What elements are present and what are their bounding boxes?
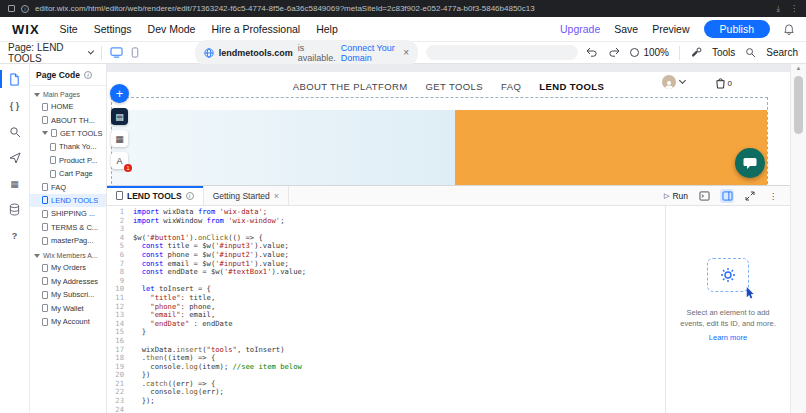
info-icon[interactable]: i	[186, 192, 194, 200]
browser-menu-icon[interactable]: ⋮	[790, 4, 798, 14]
expand-panel-icon[interactable]	[743, 189, 757, 203]
undo-button[interactable]	[586, 47, 598, 58]
code-line[interactable]: 22 console.log(err);	[107, 388, 665, 397]
site-canvas[interactable]: ABOUT THE PLATFORMGET TOOLSFAQLEND TOOLS…	[107, 64, 790, 185]
browser-share-icon[interactable]: ⤓	[776, 4, 780, 14]
cart-button[interactable]: 0	[715, 77, 732, 89]
page-item-product-p[interactable]: Product P...	[30, 154, 106, 167]
pages-section-wix-members-a[interactable]: Wix Members A...	[30, 247, 106, 261]
page-item-terms-c[interactable]: TERMS & C...	[30, 221, 106, 234]
code-line[interactable]: 2import wixWindow from 'wix-window';	[107, 217, 665, 226]
add-element-button[interactable]: +	[110, 84, 129, 103]
desktop-view-button[interactable]	[110, 47, 123, 58]
pages-section-main-pages[interactable]: Main Pages	[30, 86, 106, 100]
page-item-thank-yo[interactable]: Thank Yo...	[30, 140, 106, 153]
code-line[interactable]: 19 console.log(item); //see item below	[107, 363, 665, 372]
code-editor[interactable]: 1import wixData from 'wix-data';2import …	[107, 206, 665, 413]
page-file-icon	[42, 196, 48, 204]
site-nav-item-faq[interactable]: FAQ	[501, 81, 521, 92]
zoom-level: 100%	[643, 47, 669, 58]
sidebar-item-cms[interactable]	[0, 202, 30, 217]
page-item-my-wallet[interactable]: My Wallet	[30, 301, 106, 314]
code-line[interactable]: 23 });	[107, 397, 665, 406]
page-item-label: SHIPPING ...	[51, 209, 95, 218]
upgrade-link[interactable]: Upgrade	[560, 23, 600, 35]
more-options-icon[interactable]: ⋮	[766, 189, 780, 203]
connect-domain-link[interactable]: Connect Your Domain	[341, 43, 396, 63]
site-nav-item-about-the-platform[interactable]: ABOUT THE PLATFORM	[293, 81, 408, 92]
site-info-icon[interactable]: i	[21, 5, 29, 13]
line-number: 24	[107, 406, 133, 413]
info-icon[interactable]: i	[84, 71, 92, 79]
properties-panel-toggle[interactable]	[720, 189, 734, 203]
sidebar-item-packages[interactable]: ▦	[0, 176, 30, 191]
page-item-label: FAQ	[51, 183, 66, 192]
add-panel-button[interactable]: ▦	[111, 130, 128, 147]
site-nav-item-get-tools[interactable]: GET TOOLS	[426, 81, 483, 92]
code-line[interactable]: 24	[107, 406, 665, 413]
zoom-control[interactable]: 100%	[630, 47, 669, 58]
page-item-home[interactable]: HOME	[30, 100, 106, 113]
learn-more-link[interactable]: Learn more	[709, 333, 747, 344]
scrollbar-thumb[interactable]	[794, 76, 803, 134]
address-bar[interactable]: editor.wix.com/html/editor/web/renderer/…	[35, 4, 535, 13]
page-item-shipping[interactable]: SHIPPING ...	[30, 207, 106, 220]
pages-section-label: Wix Members A...	[43, 252, 98, 259]
wix-menubar: WIX SiteSettingsDev ModeHire a Professio…	[0, 17, 806, 42]
menu-item-site[interactable]: Site	[60, 23, 78, 35]
page-file-icon	[42, 277, 48, 285]
code-line[interactable]: 15 }	[107, 328, 665, 337]
sidebar-item-code-files[interactable]: { }	[0, 98, 30, 113]
chat-widget-button[interactable]	[735, 148, 765, 178]
menu-item-dev-mode[interactable]: Dev Mode	[148, 23, 196, 35]
page-item-about-th[interactable]: ABOUT TH...	[30, 113, 106, 126]
page-item-lend-tools[interactable]: LEND TOOLS	[30, 194, 106, 207]
hero-section[interactable]	[112, 110, 767, 185]
vertical-scrollbar[interactable]: ▲	[790, 64, 806, 413]
page-selector[interactable]: Page: LEND TOOLS	[8, 42, 93, 64]
site-nav-item-lend-tools[interactable]: LEND TOOLS	[539, 81, 604, 92]
site-styles-button[interactable]: A 1	[111, 152, 128, 169]
open-console-icon[interactable]	[697, 189, 711, 203]
page-item-label: Cart Page	[59, 169, 93, 178]
close-tab-icon[interactable]: ×	[274, 191, 279, 201]
page-item-label: Product P...	[59, 156, 97, 165]
dismiss-notice-icon[interactable]: ×	[403, 47, 409, 58]
save-button[interactable]: Save	[614, 23, 638, 35]
sidebar-item-page-code[interactable]	[0, 72, 30, 87]
sidebar-item-search[interactable]	[0, 124, 30, 139]
chevron-down-icon	[34, 93, 40, 97]
page-item-faq[interactable]: FAQ	[30, 180, 106, 193]
help-icon: ?	[12, 231, 18, 241]
add-section-button[interactable]: ▤	[111, 108, 128, 125]
page-item-my-account[interactable]: My Account	[30, 315, 106, 328]
tools-button[interactable]: Tools	[712, 47, 735, 58]
code-lines: 1import wixData from 'wix-data';2import …	[107, 208, 665, 413]
preview-button[interactable]: Preview	[652, 23, 689, 35]
code-line[interactable]: 14 "endDate" : endDate	[107, 320, 665, 329]
page-file-icon	[51, 129, 57, 137]
notifications-bell-icon[interactable]	[784, 24, 794, 35]
code-line[interactable]: 8 const endDate = $w('#textBox1').value;	[107, 268, 665, 277]
tab-lend-tools[interactable]: LEND TOOLS i	[107, 186, 204, 205]
sidebar-item-help[interactable]: ?	[0, 228, 30, 243]
page-item-my-subscri[interactable]: My Subscri...	[30, 288, 106, 301]
menu-item-help[interactable]: Help	[316, 23, 338, 35]
publish-button[interactable]: Publish	[704, 20, 770, 39]
page-item-my-addresses[interactable]: My Addresses	[30, 275, 106, 288]
menu-item-settings[interactable]: Settings	[94, 23, 132, 35]
redo-button[interactable]	[608, 47, 620, 58]
page-item-masterpag[interactable]: masterPag...	[30, 234, 106, 247]
page-item-get-tools[interactable]: GET TOOLS	[30, 127, 106, 140]
member-chip[interactable]	[662, 75, 685, 89]
search-button[interactable]: Search	[766, 47, 798, 58]
run-button[interactable]: ▷ Run	[664, 191, 688, 201]
page-item-cart-page[interactable]: Cart Page	[30, 167, 106, 180]
page-item-my-orders[interactable]: My Orders	[30, 261, 106, 274]
sidebar-item-releases[interactable]	[0, 150, 30, 165]
menu-item-hire-a-professional[interactable]: Hire a Professional	[211, 23, 300, 35]
tab-getting-started[interactable]: Getting Started ×	[204, 186, 289, 205]
page-item-label: ABOUT TH...	[51, 116, 95, 125]
mobile-view-button[interactable]	[131, 47, 139, 58]
hero-orange-block[interactable]	[455, 110, 767, 185]
